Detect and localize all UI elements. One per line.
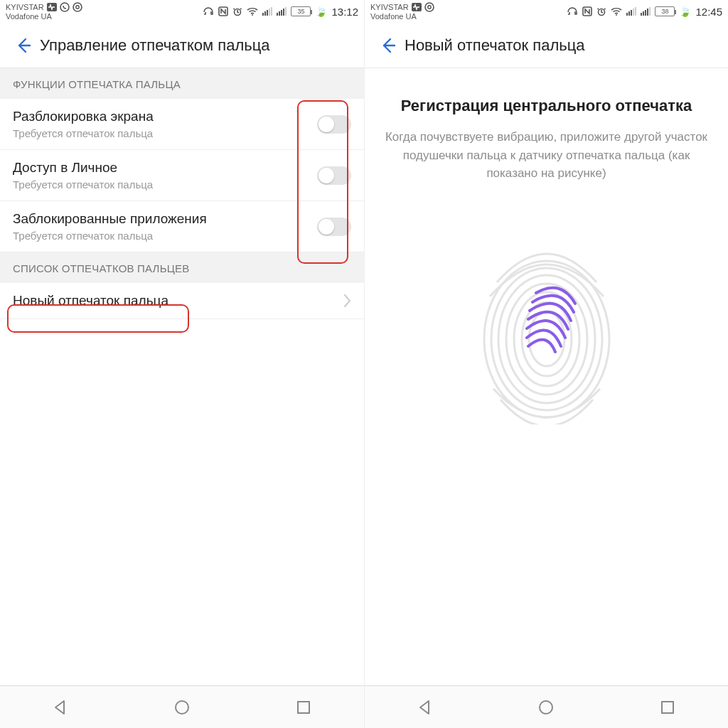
wifi-icon (611, 7, 622, 16)
row-sub: Требуется отпечаток пальца (13, 127, 154, 139)
nav-back[interactable] (1, 698, 121, 717)
row-private-safe[interactable]: Доступ в Личное Требуется отпечаток паль… (0, 150, 364, 201)
battery-icon: 38 (655, 6, 675, 16)
leaf-icon: 🍃 (679, 6, 691, 17)
wifi-icon (247, 7, 258, 16)
svg-rect-25 (626, 13, 628, 16)
nav-back[interactable] (365, 698, 486, 717)
back-button[interactable] (373, 31, 402, 60)
svg-rect-12 (277, 13, 278, 16)
status-right: 35 🍃 13:12 (203, 6, 358, 18)
back-button[interactable] (9, 31, 37, 60)
svg-rect-11 (271, 7, 272, 16)
nav-recent[interactable] (243, 699, 363, 716)
svg-rect-28 (633, 9, 634, 16)
alarm-icon (596, 6, 606, 16)
page-title: Управление отпечатком пальца (40, 36, 270, 55)
content: ФУНКЦИИ ОТПЕЧАТКА ПАЛЬЦА Разблокировка э… (0, 68, 364, 685)
section-list-head: СПИСОК ОТПЕЧАТКОВ ПАЛЬЦЕВ (0, 252, 364, 283)
svg-rect-32 (645, 10, 646, 16)
svg-rect-10 (269, 9, 270, 16)
status-bar: KYIVSTAR Vodafone UA (0, 0, 364, 23)
svg-rect-7 (262, 13, 264, 16)
toggle-private-safe[interactable] (317, 166, 351, 185)
carrier-1: KYIVSTAR (370, 3, 409, 11)
app-bar: Новый отпечаток пальца (365, 23, 728, 68)
row-title: Заблокированные приложения (13, 211, 207, 227)
headset-icon (567, 6, 578, 16)
toggle-app-lock[interactable] (317, 218, 351, 236)
row-sub: Требуется отпечаток пальца (13, 230, 207, 242)
svg-rect-18 (298, 702, 309, 713)
headset-icon (203, 6, 214, 16)
svg-point-6 (252, 14, 253, 16)
nav-recent[interactable] (608, 699, 728, 716)
svg-rect-43 (662, 702, 673, 713)
signal-1-icon (626, 7, 636, 16)
activity-icon (47, 3, 57, 11)
chrome-icon (424, 2, 434, 12)
svg-point-17 (176, 701, 188, 714)
nfc-icon (582, 6, 592, 16)
fingerprint-icon (469, 240, 625, 424)
chrome-icon (73, 2, 82, 12)
app-bar: Управление отпечатком пальца (0, 23, 364, 68)
carrier-2: Vodafone UA (370, 12, 417, 21)
svg-rect-31 (643, 11, 644, 16)
svg-point-38 (506, 284, 587, 395)
row-screen-unlock[interactable]: Разблокировка экрана Требуется отпечаток… (0, 99, 364, 150)
row-new-fingerprint[interactable]: Новый отпечаток пальца (0, 283, 364, 319)
activity-icon (412, 3, 422, 11)
svg-rect-9 (267, 10, 268, 16)
svg-rect-27 (631, 10, 632, 16)
svg-point-37 (498, 275, 595, 403)
signal-2-icon (277, 7, 287, 16)
nfc-icon (218, 6, 228, 16)
status-left: KYIVSTAR Vodafone UA (6, 2, 82, 21)
row-app-lock[interactable]: Заблокированные приложения Требуется отп… (0, 201, 364, 252)
svg-point-3 (75, 6, 78, 9)
svg-point-42 (540, 701, 552, 714)
nav-home[interactable] (486, 698, 606, 717)
status-time: 12:45 (695, 6, 722, 18)
row-title: Новый отпечаток пальца (13, 293, 168, 309)
row-sub: Требуется отпечаток пальца (13, 178, 153, 191)
battery-icon: 35 (291, 6, 311, 16)
svg-point-24 (616, 14, 617, 16)
svg-rect-26 (628, 11, 630, 16)
carrier-1: KYIVSTAR (6, 3, 44, 11)
svg-rect-13 (279, 11, 280, 16)
svg-rect-33 (647, 9, 648, 16)
screen-fingerprint-settings: KYIVSTAR Vodafone UA (0, 0, 364, 728)
signal-2-icon (641, 7, 651, 16)
content: Регистрация центрального отпечатка Когда… (365, 68, 728, 685)
alarm-icon (232, 6, 242, 16)
svg-rect-30 (641, 13, 642, 16)
svg-rect-8 (264, 11, 266, 16)
row-title: Разблокировка экрана (13, 109, 154, 124)
enroll-description: Когда почувствуете вибрацию, приложите д… (382, 128, 711, 183)
section-functions-head: ФУНКЦИИ ОТПЕЧАТКА ПАЛЬЦА (0, 68, 364, 99)
enroll-pane: Регистрация центрального отпечатка Когда… (365, 68, 728, 424)
chevron-right-icon (343, 294, 351, 308)
status-bar: KYIVSTAR Vodafone UA 38 🍃 (365, 0, 728, 23)
svg-rect-29 (635, 7, 636, 16)
enroll-title: Регистрация центрального отпечатка (382, 97, 711, 115)
carrier-2: Vodafone UA (6, 12, 52, 21)
svg-rect-14 (281, 10, 282, 16)
leaf-icon: 🍃 (315, 6, 327, 17)
svg-rect-15 (283, 9, 284, 16)
page-title: Новый отпечаток пальца (405, 36, 585, 55)
svg-point-21 (427, 6, 430, 9)
status-right: 38 🍃 12:45 (567, 6, 722, 18)
svg-point-2 (73, 3, 82, 11)
svg-rect-16 (285, 7, 287, 16)
nav-bar (365, 685, 728, 728)
screen-new-fingerprint: KYIVSTAR Vodafone UA 38 🍃 (364, 0, 728, 728)
signal-1-icon (262, 7, 272, 16)
row-title: Доступ в Личное (13, 160, 153, 176)
svg-point-20 (425, 3, 434, 11)
status-left: KYIVSTAR Vodafone UA (370, 2, 434, 21)
nav-home[interactable] (122, 698, 242, 717)
toggle-screen-unlock[interactable] (317, 115, 351, 134)
